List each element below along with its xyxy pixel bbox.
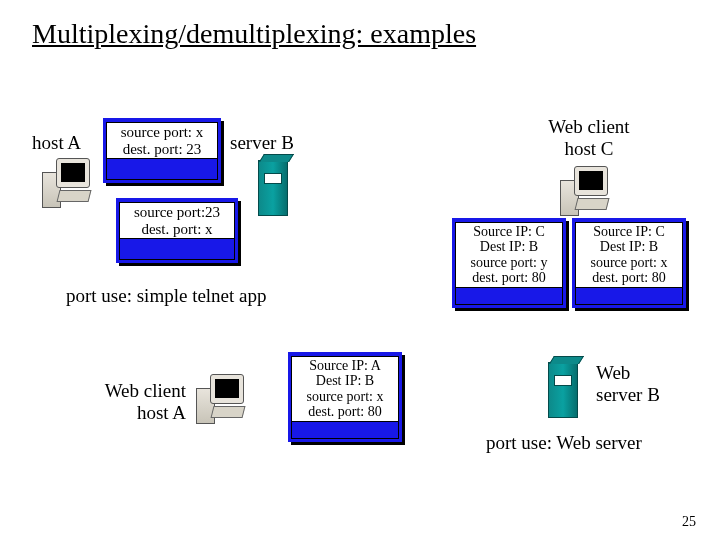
packet-c-y-80: Source IP: C Dest IP: B source port: y d…	[452, 218, 566, 308]
web-client-a-icon	[196, 374, 244, 426]
web-client-a-label: Web client host A	[86, 380, 186, 424]
packet-line: source port: x	[580, 255, 678, 270]
packet-a-x-80: Source IP: A Dest IP: B source port: x d…	[288, 352, 402, 442]
packet-line: source port: x	[111, 124, 213, 141]
slide-title: Multiplexing/demultiplexing: examples	[32, 18, 476, 50]
webserver-caption: port use: Web server	[486, 432, 642, 454]
packet-line: dest. port: 80	[580, 270, 678, 285]
web-client-c-icon	[560, 166, 608, 218]
web-server-b-icon	[548, 362, 578, 418]
host-a-icon	[42, 158, 90, 210]
packet-line: Dest IP: B	[296, 373, 394, 388]
packet-telnet-request: source port: x dest. port: 23	[103, 118, 221, 183]
packet-line: source port: y	[460, 255, 558, 270]
packet-line: source port: x	[296, 389, 394, 404]
packet-line: source port:23	[124, 204, 230, 221]
web-server-b-label: Web server B	[596, 362, 660, 406]
packet-line: Source IP: C	[460, 224, 558, 239]
packet-line: Source IP: A	[296, 358, 394, 373]
packet-line: Source IP: C	[580, 224, 678, 239]
packet-telnet-reply: source port:23 dest. port: x	[116, 198, 238, 263]
packet-line: Dest IP: B	[460, 239, 558, 254]
server-b-top-label: server B	[230, 132, 294, 154]
packet-c-x-80: Source IP: C Dest IP: B source port: x d…	[572, 218, 686, 308]
packet-line: Dest IP: B	[580, 239, 678, 254]
packet-line: dest. port: 80	[460, 270, 558, 285]
web-client-c-label: Web client host C	[524, 116, 654, 160]
slide-number: 25	[682, 514, 696, 530]
server-b-top-icon	[258, 160, 288, 216]
telnet-caption: port use: simple telnet app	[66, 285, 267, 307]
host-a-label: host A	[32, 132, 81, 154]
packet-line: dest. port: 80	[296, 404, 394, 419]
packet-line: dest. port: x	[124, 221, 230, 238]
packet-line: dest. port: 23	[111, 141, 213, 158]
